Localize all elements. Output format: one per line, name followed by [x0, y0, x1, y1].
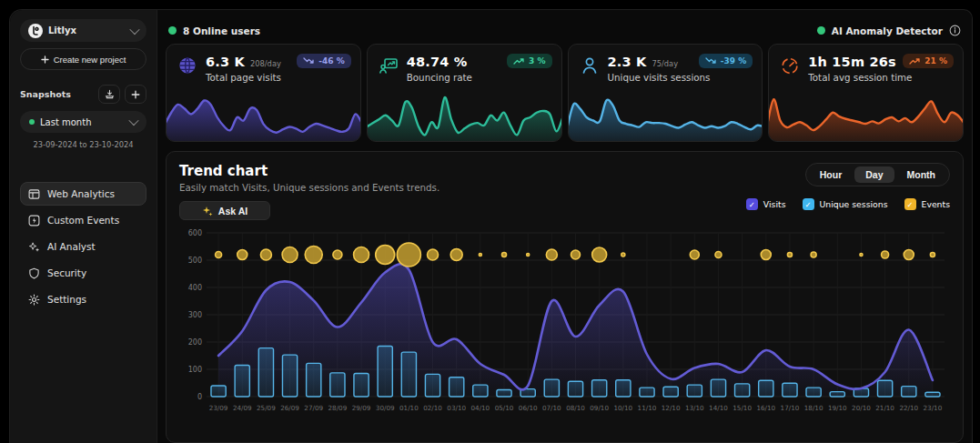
trend-panel: Trend chart Easily match Visits, Unique …: [166, 151, 964, 443]
tab-hour[interactable]: Hour: [809, 166, 854, 183]
sidebar-item-ai-analyst[interactable]: AI Analyst: [20, 235, 146, 258]
svg-text:0: 0: [197, 393, 202, 401]
shield-icon: [28, 267, 40, 279]
snapshot-period-select[interactable]: Last month: [20, 111, 146, 133]
trending-down-icon: [705, 57, 716, 65]
svg-text:500: 500: [188, 257, 202, 265]
svg-text:29/09: 29/09: [352, 404, 371, 412]
sidebar-item-web-analytics[interactable]: Web Analytics: [20, 182, 146, 206]
sparkline-chart: [368, 92, 561, 141]
sidebar-item-custom-events[interactable]: Custom Events: [20, 208, 146, 232]
trend-badge: 21 %: [903, 54, 954, 68]
stat-card-session-time: 1h 15m 26s Total avg session time 21 %: [768, 44, 964, 142]
stat-value: 6.3 K: [206, 55, 245, 69]
sparkle-icon: [202, 206, 213, 216]
status-dot: [29, 119, 35, 125]
sparkles-icon: [28, 241, 40, 253]
sidebar-item-settings[interactable]: Settings: [20, 287, 146, 311]
svg-text:13/10: 13/10: [685, 404, 704, 412]
svg-text:15/10: 15/10: [732, 404, 752, 412]
app-window: Litlyx Create new project Snapshots Last…: [9, 9, 973, 443]
trending-down-icon: [303, 57, 314, 65]
stat-card-page-visits: 6.3 K208/day Total page visits -46 %: [166, 44, 361, 142]
main-area: 8 Online users AI Anomaly Detector 6.3 K…: [157, 10, 972, 443]
stat-cards: 6.3 K208/day Total page visits -46 % 48.…: [166, 44, 964, 142]
snapshot-add-button[interactable]: [125, 85, 146, 104]
chevron-down-icon: [129, 24, 139, 34]
svg-text:25/09: 25/09: [257, 404, 276, 412]
checkbox-events: ✓: [904, 198, 916, 210]
sparkline-chart: [769, 92, 963, 141]
events-icon: [28, 215, 40, 227]
svg-text:24/09: 24/09: [233, 404, 252, 412]
svg-text:04/10: 04/10: [470, 404, 490, 412]
svg-text:22/10: 22/10: [899, 404, 918, 412]
svg-text:14/10: 14/10: [709, 404, 728, 412]
stat-label: Unique visits sessions: [608, 72, 711, 83]
svg-text:23/09: 23/09: [209, 404, 228, 412]
sparkline-chart: [167, 92, 360, 141]
user-icon: [580, 55, 600, 76]
snapshot-period-value: Last month: [40, 117, 125, 127]
sidebar-item-security[interactable]: Security: [20, 261, 146, 285]
legend-events[interactable]: ✓Events: [904, 198, 950, 210]
svg-text:01/10: 01/10: [399, 404, 419, 412]
trend-title: Trend chart: [179, 163, 439, 179]
trend-badge: 3 %: [507, 54, 551, 68]
stat-value: 1h 15m 26s: [808, 55, 896, 69]
info-icon[interactable]: [949, 25, 961, 36]
svg-text:200: 200: [188, 338, 202, 347]
stat-label: Total page visits: [206, 72, 281, 83]
tab-month[interactable]: Month: [896, 166, 947, 183]
create-project-button[interactable]: Create new project: [20, 48, 146, 70]
stat-rate: 208/day: [250, 59, 281, 68]
svg-text:03/10: 03/10: [447, 404, 466, 412]
timer-icon: [780, 55, 800, 76]
analytics-icon: [28, 188, 40, 200]
checkbox-visits: ✓: [746, 198, 758, 210]
plus-icon: [131, 90, 140, 99]
tab-day[interactable]: Day: [854, 166, 894, 183]
anomaly-detector: AI Anomaly Detector: [817, 25, 961, 36]
ask-ai-button[interactable]: Ask AI: [179, 201, 270, 220]
svg-text:28/09: 28/09: [328, 404, 348, 412]
svg-text:08/10: 08/10: [566, 404, 585, 412]
svg-text:20/10: 20/10: [852, 404, 871, 412]
import-icon: [105, 89, 115, 99]
checkbox-unique-sessions: ✓: [803, 198, 814, 210]
svg-text:18/10: 18/10: [804, 404, 823, 412]
stat-card-unique-sessions: 2.3 K75/day Unique visits sessions -39 %: [568, 44, 763, 142]
chart-area: 010020030040050060023/0924/0925/0926/092…: [179, 224, 950, 440]
online-status-dot: [168, 26, 177, 35]
sidebar-nav: Web Analytics Custom Events AI Analyst S…: [20, 182, 146, 311]
project-selector[interactable]: Litlyx: [20, 19, 146, 42]
svg-text:400: 400: [188, 284, 202, 292]
svg-text:23/10: 23/10: [924, 404, 943, 412]
svg-text:06/10: 06/10: [519, 404, 538, 412]
stat-label: Bouncing rate: [407, 72, 473, 83]
plus-icon: [41, 55, 49, 64]
topbar: 8 Online users AI Anomaly Detector: [166, 17, 964, 44]
trend-badge: -46 %: [297, 54, 350, 68]
stat-value: 2.3 K: [608, 55, 647, 69]
stat-value: 48.74 %: [407, 55, 468, 69]
trending-up-icon: [513, 57, 524, 65]
stat-rate: 75/day: [652, 59, 678, 68]
legend-visits[interactable]: ✓Visits: [746, 198, 786, 210]
anomaly-status-dot: [817, 26, 825, 35]
presentation-icon: [379, 55, 399, 76]
snapshots-label: Snapshots: [20, 89, 94, 99]
svg-text:07/10: 07/10: [542, 404, 561, 412]
online-users: 8 Online users: [168, 25, 260, 36]
svg-text:02/10: 02/10: [423, 404, 442, 412]
trend-badge: -39 %: [699, 54, 753, 68]
trending-up-icon: [909, 57, 920, 65]
stat-card-bouncing-rate: 48.74 % Bouncing rate 3 %: [367, 44, 562, 142]
trend-chart: 010020030040050060023/0924/0925/0926/092…: [179, 224, 950, 431]
svg-text:10/10: 10/10: [613, 404, 632, 412]
legend-unique-sessions[interactable]: ✓Unique sessions: [803, 198, 888, 210]
snapshot-import-button[interactable]: [98, 85, 120, 104]
project-name: Litlyx: [48, 25, 126, 35]
stat-label: Total avg session time: [808, 72, 912, 83]
svg-text:27/09: 27/09: [304, 404, 323, 412]
